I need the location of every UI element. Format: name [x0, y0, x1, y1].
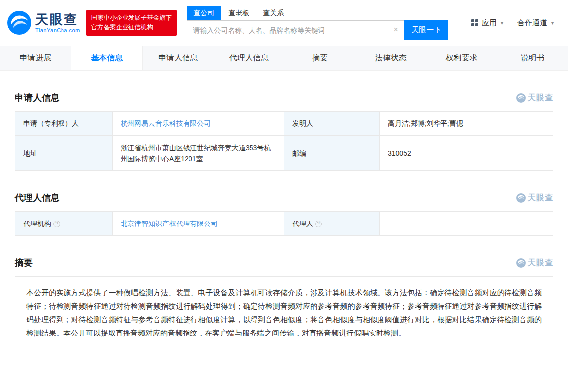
- official-credential-badge: 国家中小企业发展子基金旗下 官方备案企业征信机构: [86, 10, 177, 36]
- search-box: × 天眼一下: [187, 20, 448, 40]
- apps-grid-icon: [471, 19, 479, 27]
- abstract-text: 本公开的实施方式提供了一种假唱检测方法、装置、电子设备及计算机可读存储介质，涉及…: [15, 276, 553, 349]
- apps-menu[interactable]: 应用 ▾: [464, 18, 510, 28]
- label-inventors: 发明人: [284, 112, 380, 136]
- partner-menu[interactable]: 合作通道 ▾: [510, 18, 561, 28]
- tab-claims[interactable]: 权利要求: [426, 46, 497, 70]
- tab-specification[interactable]: 说明书: [497, 46, 568, 70]
- logo-en-text: TianYanCha.com: [35, 27, 80, 33]
- main-content: 申请人信息 天眼查 申请（专利权）人 杭州网易云音乐科技有限公司 发明人 高月洁…: [0, 92, 568, 364]
- label-postcode: 邮编: [284, 136, 380, 171]
- top-right-nav: 应用 ▾ 合作通道 ▾: [464, 18, 561, 28]
- detail-tab-strip: 申请进展 基本信息 申请人信息 代理人信息 摘要 法律状态 权利要求 说明书: [0, 46, 568, 71]
- chevron-down-icon: ▾: [501, 20, 503, 26]
- watermark: 天眼查: [516, 258, 553, 268]
- postcode-value: 310052: [380, 136, 553, 171]
- chevron-down-icon: ▾: [551, 20, 554, 26]
- table-row: 代理机构? 北京律智知识产权代理有限公司 代理人? -: [15, 212, 553, 236]
- badge-line-2: 官方备案企业征信机构: [91, 23, 172, 32]
- tianyancha-logo-icon: [7, 11, 31, 35]
- tab-application-progress[interactable]: 申请进展: [0, 46, 71, 70]
- agent-info-table: 代理机构? 北京律智知识产权代理有限公司 代理人? -: [15, 211, 553, 236]
- abstract-section: 摘要 天眼查 本公开的实施方式提供了一种假唱检测方法、装置、电子设备及计算机可读…: [15, 257, 553, 349]
- top-bar: 天眼查 TianYanCha.com 国家中小企业发展子基金旗下 官方备案企业征…: [0, 0, 568, 46]
- badge-line-1: 国家中小企业发展子基金旗下: [91, 13, 172, 23]
- watermark: 天眼查: [516, 193, 553, 203]
- tab-abstract[interactable]: 摘要: [285, 46, 356, 70]
- agent-info-section: 代理人信息 天眼查 代理机构? 北京律智知识产权代理有限公司 代理人?: [15, 192, 553, 236]
- section-title-applicant: 申请人信息: [15, 92, 60, 104]
- watermark: 天眼查: [516, 93, 553, 103]
- agent-value: -: [380, 212, 553, 236]
- watermark-logo-icon: [516, 193, 526, 203]
- search-input[interactable]: [187, 20, 404, 40]
- label-address: 地址: [15, 136, 113, 171]
- search-tab-company[interactable]: 查公司: [187, 6, 221, 20]
- label-agency: 代理机构: [23, 220, 51, 227]
- applicant-info-table: 申请（专利权）人 杭州网易云音乐科技有限公司 发明人 高月洁;郑博;刘华平;曹偲…: [15, 111, 553, 171]
- logo-cn-text: 天眼查: [35, 12, 80, 27]
- search-tab-relation[interactable]: 查关系: [256, 6, 291, 20]
- watermark-label: 天眼查: [528, 258, 553, 268]
- applicant-info-section: 申请人信息 天眼查 申请（专利权）人 杭州网易云音乐科技有限公司 发明人 高月洁…: [15, 92, 553, 171]
- address-value: 浙江省杭州市萧山区钱江世纪城奔竞大道353号杭州国际博览中心A座1201室: [113, 136, 284, 171]
- partner-label: 合作通道: [517, 18, 547, 28]
- watermark-logo-icon: [516, 258, 526, 268]
- label-patentee: 申请（专利权）人: [15, 112, 113, 136]
- tab-basic-info[interactable]: 基本信息: [71, 46, 143, 70]
- tab-applicant-info[interactable]: 申请人信息: [143, 46, 214, 70]
- search-button[interactable]: 天眼一下: [404, 20, 448, 40]
- table-row: 地址 浙江省杭州市萧山区钱江世纪城奔竞大道353号杭州国际博览中心A座1201室…: [15, 136, 553, 171]
- tab-agent-info[interactable]: 代理人信息: [214, 46, 285, 70]
- help-icon[interactable]: ?: [53, 221, 60, 227]
- tab-legal-status[interactable]: 法律状态: [355, 46, 426, 70]
- help-icon[interactable]: ?: [315, 221, 322, 227]
- search-tab-boss[interactable]: 查老板: [221, 6, 256, 20]
- inventors-value: 高月洁;郑博;刘华平;曹偲: [380, 112, 553, 136]
- patentee-company-link[interactable]: 杭州网易云音乐科技有限公司: [121, 119, 211, 127]
- section-title-agent: 代理人信息: [15, 192, 60, 204]
- agency-company-link[interactable]: 北京律智知识产权代理有限公司: [121, 220, 218, 227]
- search-tabs: 查公司 查老板 查关系: [187, 6, 448, 20]
- section-title-abstract: 摘要: [15, 257, 33, 269]
- apps-label: 应用: [482, 18, 497, 28]
- search-area: 查公司 查老板 查关系 × 天眼一下: [187, 6, 448, 40]
- watermark-label: 天眼查: [528, 193, 553, 203]
- watermark-logo-icon: [516, 93, 526, 103]
- label-agent: 代理人: [292, 220, 313, 227]
- table-row: 申请（专利权）人 杭州网易云音乐科技有限公司 发明人 高月洁;郑博;刘华平;曹偲: [15, 112, 553, 136]
- clear-icon[interactable]: ×: [391, 25, 400, 34]
- watermark-label: 天眼查: [528, 93, 553, 103]
- tianyancha-logo[interactable]: 天眼查 TianYanCha.com: [7, 11, 80, 35]
